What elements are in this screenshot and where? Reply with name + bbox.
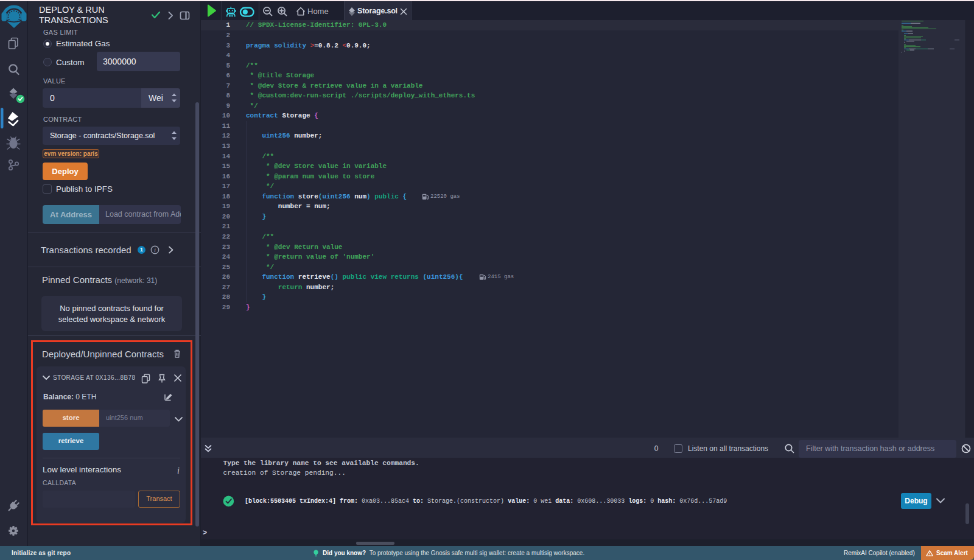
svg-text:i: i — [154, 247, 156, 253]
